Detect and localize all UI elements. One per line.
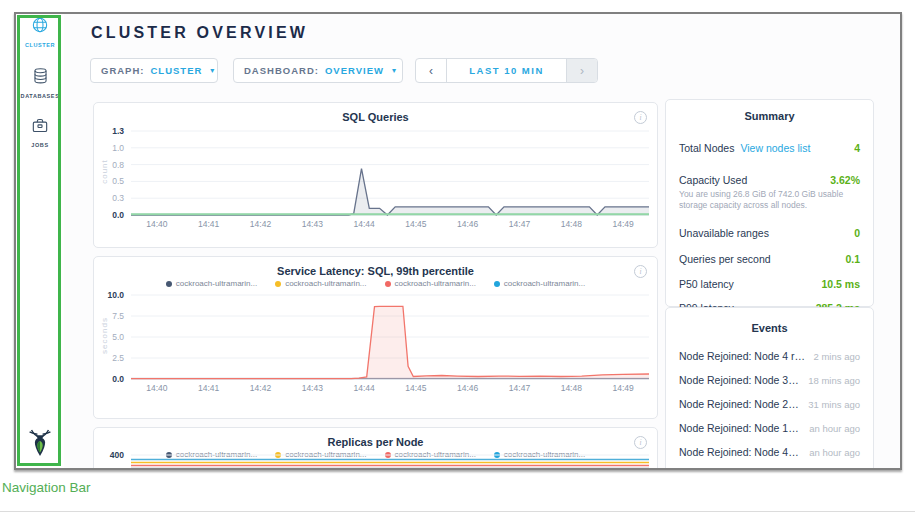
admin-ui-window: CLUSTER DATABASES JOBS: [14, 12, 902, 470]
event-text: Node Rejoined: Node 2 rej...: [679, 398, 800, 410]
view-nodes-list-link[interactable]: View nodes list: [740, 142, 810, 154]
cluster-globe-icon: [32, 19, 48, 36]
event-text: Node Rejoined: Node 3 rej...: [679, 374, 800, 386]
dashboard-dropdown[interactable]: DASHBOARD: OVERVIEW ▾: [233, 58, 403, 83]
summary-row-capacity: Capacity Used 3.62%: [666, 174, 873, 186]
chart-title: Replicas per Node: [94, 436, 657, 448]
event-text: Node Rejoined: Node 1 rej...: [679, 422, 801, 434]
event-row: Node Rejoined: Node 3 rej... 18 mins ago: [666, 374, 873, 386]
graph-dropdown-value: CLUSTER: [150, 65, 202, 76]
event-time: 31 mins ago: [808, 399, 860, 410]
sidebar-item-label: JOBS: [16, 142, 64, 148]
briefcase-icon: [32, 119, 48, 136]
info-icon[interactable]: i: [634, 265, 647, 278]
summary-row-total-nodes: Total NodesView nodes list 4: [666, 138, 873, 156]
stat-value: 0: [854, 227, 860, 239]
sql-queries-card: SQL Queries i count 1.31.00.80.50.30.014…: [93, 102, 658, 248]
event-time: 18 mins ago: [808, 375, 860, 386]
legend-dot: [385, 281, 391, 287]
page-divider: [0, 511, 915, 512]
sidebar-item-label: CLUSTER: [16, 42, 64, 48]
database-icon: [33, 70, 48, 87]
chevron-down-icon: ▾: [210, 66, 214, 75]
capacity-description: You are using 26.8 GiB of 742.0 GiB usab…: [666, 186, 873, 212]
summary-title: Summary: [666, 110, 873, 122]
stat-value: 0.1: [845, 253, 860, 265]
stat-value: 10.5 ms: [821, 278, 860, 290]
sidebar-item-jobs[interactable]: JOBS: [16, 118, 64, 148]
stat-label: Capacity Used: [679, 174, 747, 186]
time-range-prev-button[interactable]: ‹: [416, 59, 447, 82]
stat-label: Total Nodes: [679, 142, 734, 154]
stat-label: Queries per second: [679, 253, 771, 265]
event-time: an hour ago: [809, 423, 860, 434]
legend-label: cockroach-ultramarin...: [395, 279, 476, 288]
legend-label: cockroach-ultramarin...: [504, 279, 585, 288]
page-title: CLUSTER OVERVIEW: [91, 24, 308, 42]
chevron-down-icon: ▾: [392, 66, 396, 75]
stat-label: P50 latency: [679, 278, 734, 290]
summary-row-unavailable: Unavailable ranges 0: [666, 227, 873, 239]
service-latency-plot[interactable]: seconds 10.07.55.02.50.014:4014:4114:421…: [131, 295, 649, 379]
replicas-per-node-plot[interactable]: 400: [131, 454, 649, 468]
time-range-value[interactable]: LAST 10 MIN: [447, 59, 566, 82]
toolbar: GRAPH: CLUSTER ▾ DASHBOARD: OVERVIEW ▾ ‹…: [64, 58, 900, 83]
graph-dropdown-label: GRAPH:: [101, 65, 144, 76]
y-axis-label: count: [100, 142, 109, 202]
time-range-next-button[interactable]: ›: [566, 59, 597, 82]
event-time: 2 mins ago: [814, 351, 860, 362]
stat-value: 4: [854, 142, 860, 154]
service-latency-card: Service Latency: SQL, 99th percentile i …: [93, 256, 658, 419]
legend-label: cockroach-ultramarin...: [285, 279, 366, 288]
info-icon[interactable]: i: [634, 111, 647, 124]
event-row: Node Rejoined: Node 2 rej... 31 mins ago: [666, 398, 873, 410]
replicas-per-node-card: Replicas per Node i cockroach-ultramarin…: [93, 427, 658, 468]
chart-legend: cockroach-ultramarin... cockroach-ultram…: [94, 279, 657, 288]
event-row: Node Rejoined: Node 1 rej... an hour ago: [666, 422, 873, 434]
navigation-bar: CLUSTER DATABASES JOBS: [16, 14, 64, 468]
chart-title: SQL Queries: [94, 111, 657, 123]
legend-label: cockroach-ultramarin...: [176, 279, 257, 288]
stat-label: Unavailable ranges: [679, 227, 769, 239]
cockroachdb-logo: [16, 428, 64, 462]
summary-row-qps: Queries per second 0.1: [666, 253, 873, 265]
main-content: CLUSTER OVERVIEW GRAPH: CLUSTER ▾ DASHBO…: [64, 14, 900, 468]
legend-dot: [494, 281, 500, 287]
event-text: Node Rejoined: Node 4 rej...: [679, 446, 801, 458]
stat-value: 3.62%: [830, 174, 860, 186]
events-panel: Events Node Rejoined: Node 4 rej... 2 mi…: [665, 307, 874, 468]
summary-panel: Summary Total NodesView nodes list 4 Cap…: [665, 99, 874, 307]
time-range-selector: ‹ LAST 10 MIN ›: [415, 58, 598, 83]
event-time: an hour ago: [809, 447, 860, 458]
event-row: Node Rejoined: Node 4 rej... 2 mins ago: [666, 350, 873, 362]
info-icon[interactable]: i: [634, 436, 647, 449]
sidebar-item-cluster[interactable]: CLUSTER: [16, 17, 64, 48]
legend-dot: [275, 281, 281, 287]
y-axis-label: seconds: [100, 306, 109, 366]
events-title: Events: [666, 322, 873, 334]
event-text: Node Rejoined: Node 4 rej...: [679, 350, 806, 362]
summary-row-p50: P50 latency 10.5 ms: [666, 278, 873, 290]
graph-dropdown[interactable]: GRAPH: CLUSTER ▾: [90, 58, 218, 83]
dashboard-dropdown-value: OVERVIEW: [325, 65, 384, 76]
dashboard-dropdown-label: DASHBOARD:: [244, 65, 319, 76]
annotation-caption: Navigation Bar: [2, 480, 91, 495]
legend-dot: [166, 281, 172, 287]
sidebar-item-label: DATABASES: [16, 93, 64, 99]
event-row: Node Rejoined: Node 4 rej... an hour ago: [666, 446, 873, 458]
sql-queries-plot[interactable]: count 1.31.00.80.50.30.014:4014:4114:421…: [131, 131, 649, 215]
chart-title: Service Latency: SQL, 99th percentile: [94, 265, 657, 277]
sidebar-item-databases[interactable]: DATABASES: [16, 68, 64, 99]
